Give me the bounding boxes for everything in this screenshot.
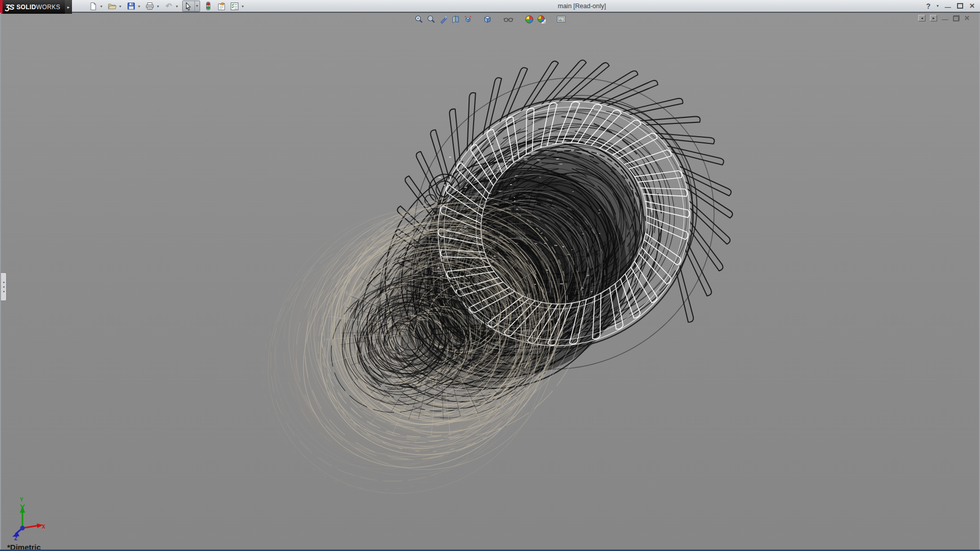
reference-triad: X Z Y [9, 502, 46, 542]
save-button[interactable]: ▾ [126, 1, 142, 12]
zoom-fit-icon[interactable] [413, 14, 425, 24]
headsup-view-toolbar [413, 14, 568, 24]
window-controls: ? ▾ — ✕ [926, 0, 975, 12]
view-settings-icon[interactable] [555, 14, 567, 24]
brand-mark: ƷS [5, 3, 14, 11]
new-button[interactable]: ▾ [88, 1, 104, 12]
view-orientation-label: *Dimetric [7, 543, 41, 549]
print-icon [145, 2, 155, 11]
undo-arrow-icon: ↶ [165, 3, 172, 10]
select-cursor-icon [183, 2, 193, 11]
eyeglasses-icon[interactable] [503, 14, 514, 24]
options-button[interactable]: ▾ [229, 1, 246, 12]
graphics-viewport[interactable]: ◄ ► — ✕ ◂ ◂ ◂ X Z [1, 13, 979, 549]
chevron-down-icon[interactable]: ▾ [99, 4, 104, 9]
brand-name-bold: SOLID [16, 4, 36, 11]
undo-button[interactable]: ↶▾ [163, 1, 180, 12]
main-toolbar: ▾ ▾ ▾ ▾ ↶▾ [88, 1, 246, 12]
pen-sparkle-icon[interactable] [438, 14, 449, 24]
solidworks-logo: ƷS SOLIDWORKS [0, 0, 65, 14]
next-document-button[interactable]: ► [930, 15, 937, 21]
restore-button[interactable] [957, 3, 963, 9]
file-properties-button[interactable] [216, 1, 227, 12]
triad-y-label: Y [20, 497, 23, 503]
new-document-icon [88, 2, 98, 11]
triad-x-label: X [42, 524, 45, 530]
window-frame-left [0, 13, 1, 551]
appearance-ball-icon[interactable] [524, 14, 535, 24]
zoom-area-icon[interactable] [426, 14, 437, 24]
open-button[interactable]: ▾ [107, 1, 123, 12]
select-tool-button[interactable]: ▾ [182, 1, 200, 12]
previous-document-button[interactable]: ◄ [918, 15, 925, 21]
help-button[interactable]: ? [926, 3, 931, 10]
options-checklist-icon [230, 2, 239, 11]
chevron-down-icon[interactable]: ▾ [175, 4, 179, 9]
chevron-down-icon[interactable]: ▾ [194, 1, 199, 11]
chevron-down-icon[interactable]: ▾ [156, 4, 160, 9]
minimize-button[interactable]: — [945, 4, 951, 10]
triad-z-label: Z [14, 536, 17, 540]
window-title: main [Read-only] [531, 3, 633, 10]
solidworks-window: ƷS SOLIDWORKS ▸ ▾ ▾ ▾ [0, 0, 980, 551]
chevron-down-icon[interactable]: ▾ [137, 4, 141, 9]
doc-close-button[interactable]: ✕ [964, 15, 970, 21]
title-bar: ƷS SOLIDWORKS ▸ ▾ ▾ ▾ [0, 0, 980, 13]
collapse-arrow-icon: ◂ [3, 281, 4, 284]
chevron-down-icon[interactable]: ▾ [240, 4, 245, 9]
brand-name-light: WORKS [36, 4, 60, 11]
document-window-controls: ◄ ► — ✕ [918, 15, 970, 21]
help-chevron-icon[interactable]: ▾ [937, 4, 939, 8]
menu-expand-arrow[interactable]: ▸ [65, 0, 72, 14]
open-folder-icon [107, 2, 117, 11]
rebuild-button[interactable] [203, 1, 213, 12]
traffic-light-icon [203, 2, 213, 11]
doc-restore-button[interactable] [953, 15, 960, 21]
section-view-icon[interactable] [450, 14, 461, 24]
chevron-down-icon[interactable]: ▾ [118, 4, 122, 9]
logo-red-accent [0, 0, 3, 14]
save-floppy-icon [126, 2, 136, 11]
close-button[interactable]: ✕ [969, 3, 975, 9]
feature-manager-collapsed-tab[interactable]: ◂ ◂ ◂ [1, 272, 7, 301]
collapse-arrow-icon: ◂ [3, 290, 4, 293]
file-properties-icon [216, 2, 226, 11]
doc-minimize-button[interactable]: — [942, 16, 948, 22]
apply-scene-icon[interactable] [536, 14, 547, 24]
view-orientation-icon[interactable] [462, 14, 474, 24]
collapse-arrow-icon: ◂ [3, 285, 4, 288]
print-button[interactable]: ▾ [144, 1, 161, 12]
display-style-cube-icon[interactable] [482, 14, 493, 24]
model-canvas[interactable] [1, 13, 979, 549]
